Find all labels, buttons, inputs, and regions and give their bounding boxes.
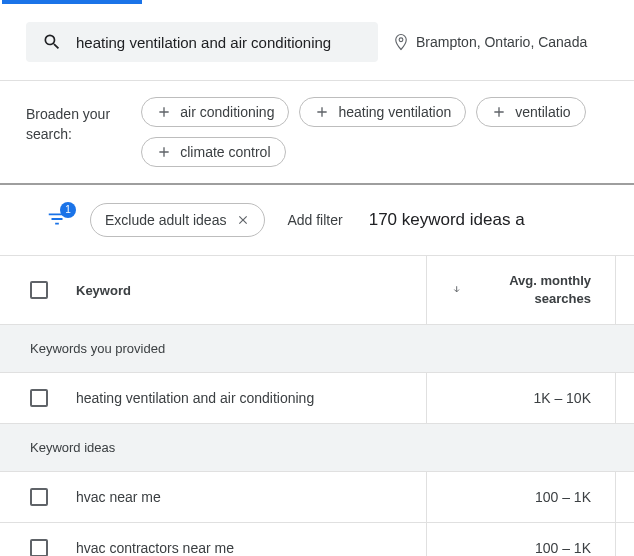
header-avg-searches[interactable]: Avg. monthly searches (426, 256, 616, 324)
location-icon (392, 33, 410, 51)
chip-air-conditioning[interactable]: air conditioning (141, 97, 289, 127)
avg-searches-value: 100 – 1K (426, 523, 616, 556)
search-icon (42, 32, 62, 52)
chip-climate-control[interactable]: climate control (141, 137, 285, 167)
chip-heating-ventilation[interactable]: heating ventilation (299, 97, 466, 127)
table-header: Keyword Avg. monthly searches (0, 255, 634, 325)
plus-icon (156, 144, 172, 160)
location-selector[interactable]: Brampton, Ontario, Canada (392, 33, 587, 51)
row-checkbox[interactable] (30, 488, 48, 506)
search-query: heating ventilation and air conditioning (76, 34, 331, 51)
select-all-checkbox[interactable] (30, 281, 48, 299)
search-input[interactable]: heating ventilation and air conditioning (26, 22, 378, 62)
filter-exclude-adult[interactable]: Exclude adult ideas (90, 203, 265, 237)
keyword-text: hvac near me (76, 489, 161, 505)
section-provided: Keywords you provided (0, 325, 634, 373)
table-row: hvac near me 100 – 1K (0, 472, 634, 523)
close-icon[interactable] (236, 213, 250, 227)
search-row: heating ventilation and air conditioning… (0, 4, 634, 81)
table-row: hvac contractors near me 100 – 1K (0, 523, 634, 556)
location-text: Brampton, Ontario, Canada (416, 34, 587, 50)
broaden-section: Broaden your search: air conditioning he… (0, 81, 634, 185)
keyword-text: hvac contractors near me (76, 540, 234, 556)
filter-badge: 1 (60, 202, 76, 218)
filter-button[interactable]: 1 (46, 208, 68, 233)
broaden-chips: air conditioning heating ventilation ven… (141, 97, 634, 167)
add-filter-button[interactable]: Add filter (287, 212, 342, 228)
avg-searches-value: 100 – 1K (426, 472, 616, 522)
arrow-down-icon (451, 282, 462, 298)
svg-point-0 (399, 38, 403, 42)
ideas-count: 170 keyword ideas a (369, 210, 525, 230)
row-checkbox[interactable] (30, 539, 48, 556)
chip-ventilation[interactable]: ventilatio (476, 97, 585, 127)
row-checkbox[interactable] (30, 389, 48, 407)
plus-icon (491, 104, 507, 120)
broaden-label: Broaden your search: (26, 97, 141, 167)
plus-icon (156, 104, 172, 120)
keyword-text: heating ventilation and air conditioning (76, 390, 314, 406)
avg-searches-value: 1K – 10K (426, 373, 616, 423)
header-keyword[interactable]: Keyword (0, 256, 426, 324)
filters-row: 1 Exclude adult ideas Add filter 170 key… (0, 185, 634, 255)
table-row: heating ventilation and air conditioning… (0, 373, 634, 424)
plus-icon (314, 104, 330, 120)
section-ideas: Keyword ideas (0, 424, 634, 472)
